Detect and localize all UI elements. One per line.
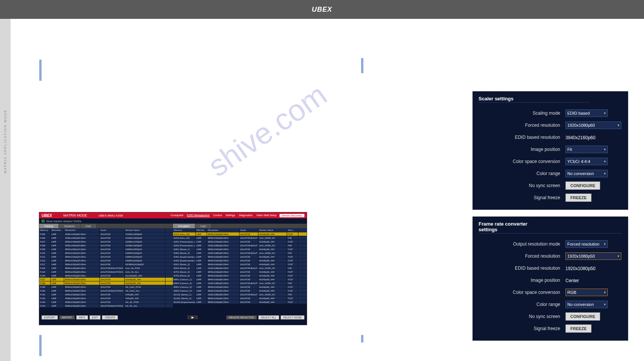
tab-diagnostics[interactable]: Diagnostics [239,214,252,217]
right-table-header: Memory Manufa... Resolution Audio Monito… [173,228,307,232]
table-row[interactable]: F139LWR3840x2160p60,00Hz2chLPCMH2_UHD_PC… [39,285,173,289]
table-row[interactable]: F144LWR4096x2160p60,00Hz2chLPCM;8chLPCM;… [39,304,173,307]
color-range-select[interactable]: No conversion [565,301,608,308]
left-table-rows: F105LWR1600x1200p60,00Hz2chLPCMH1600x120… [39,232,173,314]
forced-resolution-select[interactable]: 1920x1080p60 [565,121,621,129]
table-row[interactable]: E302 (Movie_2)LWR1920x1080p60,00Hz2chLPC… [173,251,307,255]
table-row[interactable]: E701 (Movie_5)LWR3840x2160p60,00Hz2chLPC… [173,270,307,273]
scaler-title: Scaler settings [479,96,589,103]
th-resolution[interactable]: Resolution [64,228,100,232]
freeze-button[interactable]: FREEZE [565,194,591,202]
edid-nav-tabs: Crosspoint EDID Management Control Setti… [171,214,276,217]
th-resolution[interactable]: Resolution [207,228,239,232]
forced-resolution-select[interactable]: 1920x1080p50 [565,252,621,260]
info-button[interactable]: INFO [76,315,88,320]
import-button[interactable]: IMPORT [59,315,75,320]
th-monitor-name[interactable]: Monitor Name [258,228,287,232]
table-row[interactable]: E1101 (Series_1)LWR1920x1080p60,00Hz2chL… [173,292,307,296]
table-row[interactable]: E502 (Movie_4)LWR1920x1080p60,00Hz2chLPC… [173,266,307,270]
table-row[interactable]: E101 (Intro_4K)LWR3840x2160p60,00Hz2chLP… [173,232,307,236]
table-row[interactable]: F108LWR2560x1600p59,86Hz2chLPCMH2560x160… [39,243,173,247]
configure-button[interactable]: CONFIGURE [565,181,600,190]
th-audio[interactable]: Audio [239,228,258,232]
edid-resolution-label: EDID based resolution [479,266,565,271]
color-range-select[interactable]: No conversion [565,170,608,177]
frc-settings-panel: Frame rate converter settings Output res… [473,217,628,341]
output-mode-select[interactable]: Forced resolution [565,240,608,248]
table-row[interactable]: F141LWR4096x2160p60,00Hz2chLPCMH4Kp60_44… [39,292,173,296]
table-row[interactable]: F137LWR3840x2160p60,00Hz2chLPCMHUHDp60_4… [39,277,173,281]
color-space-select[interactable]: RGB [565,289,608,296]
image-position-select[interactable]: Fit [565,146,608,153]
tab-crosspoint[interactable]: Crosspoint [171,214,183,217]
sidebar-label: MATRIX APPLICATION MODE [3,109,7,174]
table-row[interactable]: F126LWR3840x2160p60,00Hz2chLPCMHLUHDp60_… [39,273,173,277]
table-row[interactable]: F111LWR3840x2160p25,00Hz2chLPCMH3840x216… [39,255,173,258]
top-bar: UBEX [0,0,644,19]
edid-footer: EXPORT IMPORT INFO EDIT CREATE ▶ DELETE … [39,314,307,320]
table-row[interactable]: F119LWR3840x2160p60,00Hz2chLPCM;8chLPCM;… [39,270,173,273]
create-button[interactable]: CREATE [102,315,118,320]
subtab-factory[interactable]: Factory [39,224,59,228]
edid-device-label: UBEX-MMU-X200 [99,214,123,217]
table-row[interactable]: F142LWR4096x2160p50,00Hz2chLPCMH4Kp50_44… [39,296,173,300]
tab-control[interactable]: Control [213,214,222,217]
table-row[interactable]: E402 (Experimental_M...)LWR3840x2160p60,… [173,258,307,262]
th-memory[interactable]: Memory [173,228,196,232]
table-row[interactable]: E301 (Movie_1)LWR3840x2160p60,00Hz2chLPC… [173,247,307,251]
table-row[interactable]: F112LWR3840x2160p30,00Hz2chLPCMH3840x216… [39,258,173,262]
table-row[interactable]: F110LWR3840x2160p24,00Hz2chLPCMH3840x216… [39,251,173,255]
main-content: shive.com UBEX MATRIX MODE UBEX-MMU-X200… [11,19,644,361]
table-row[interactable]: F105LWR1600x1200p60,00Hz2chLPCMH1600x120… [39,232,173,236]
th-monitor-name[interactable]: Monitor Name [125,228,165,232]
delete-selected-button[interactable]: DELETE SELECTED [226,315,256,320]
th-memory[interactable]: Memory [39,228,51,232]
table-row[interactable]: E501 (Movie_3)LWR3840x2160p60,00Hz2chLPC… [173,262,307,266]
show-inactive-checkbox[interactable] [42,220,45,223]
th-manufacturer[interactable]: Manufact... [51,228,64,232]
th-manufacturer[interactable]: Manufa... [196,228,207,232]
table-row[interactable]: E801 (Cartoon_1)LWR3840x2160p60,00Hz2chL… [173,277,307,281]
ubex-logo: UBEX [312,6,332,14]
tab-video-wall[interactable]: Video Wall Setup [256,214,276,217]
table-row[interactable]: F117LWR3840x2160p50,00Hz2chLPCMHD3840x21… [39,262,173,266]
scaling-mode-select[interactable]: EDID based [565,109,608,117]
scaling-mode-label: Scaling mode [479,111,565,116]
edit-button[interactable]: EDIT [90,315,101,320]
color-space-select[interactable]: YCbCr 4:4:4 [565,158,608,165]
export-button[interactable]: EXPORT [42,315,58,320]
forced-resolution-label: Forced resolution [479,123,565,128]
table-row[interactable]: E902 (Cartoon_4)LWR3840x2160p60,00Hz2chL… [173,289,307,292]
th-device[interactable]: Devi... [287,228,298,232]
table-row[interactable]: E1202 (Experimental_P...)LWR3840x2160p60… [173,300,307,304]
table-row[interactable]: E202 (Presentation_HD)LWR1920x1080p60,00… [173,243,307,247]
table-row[interactable]: E201 (Presentation_4K)LWR3840x2160p60,00… [173,240,307,243]
select-all-button[interactable]: SELECT ALL [258,315,279,320]
select-none-button[interactable]: SELECT NONE [281,315,304,320]
table-row[interactable]: E401 (Experimental_M...)LWR3840x2160p60,… [173,255,307,258]
transfer-button[interactable]: ▶ [187,315,198,319]
th-audio[interactable]: Audio [100,228,125,232]
table-row[interactable]: F107LWR2560x1440p59,95Hz2chLPCMH2560x144… [39,240,173,243]
table-row[interactable]: E702 (Movie_6)LWR3840x2160p60,00Hz2chLPC… [173,273,307,277]
table-row[interactable]: F140LWR3840x2160p60,00Hz2chLPCM;8chLPCM;… [39,289,173,292]
table-row[interactable]: F106LWR1920x1200p59,56Hz2chLPCMH1920x120… [39,236,173,240]
subtab-emulated[interactable]: Emulated [173,224,195,228]
table-row[interactable]: E802 (Cartoon_2)LWR1920x1080p60,00Hz2chL… [173,281,307,285]
table-row[interactable]: F138LWR3840x2160p50,00Hz2chLPCMHUHDp50_4… [39,281,173,285]
configure-button[interactable]: CONFIGURE [565,312,600,321]
table-row[interactable]: F143LWR4096x2160p60,00Hz2chLPCMH2_4K_PCM [39,300,173,304]
tab-edid-management[interactable]: EDID Management [187,214,210,217]
table-row[interactable]: E1201 (Series_2)LWR3840x2160p60,00Hz2chL… [173,296,307,300]
device-discovery-button[interactable]: Device Discovery [280,214,304,217]
table-row[interactable]: F109LWR3840x2400p24,00Hz2chLPCMH3840x240… [39,247,173,251]
freeze-button[interactable]: FREEZE [565,324,591,333]
tab-settings[interactable]: Settings [225,214,235,217]
table-row[interactable]: F118LWR3840x2160p60,00Hz2chLPCM;8chLPCM;… [39,266,173,270]
color-range-label: Color range [479,302,565,307]
subtab-dynamic[interactable]: Dynamic [59,224,80,228]
subtab-user[interactable]: User [80,224,97,228]
table-row[interactable]: E102 (Intro_4K)LWR3840x2160p60,00Hz2chLP… [173,236,307,240]
table-row[interactable]: E901 (Cartoon_3)LWR3840x2160p60,00Hz2chL… [173,285,307,289]
subtab-user-r[interactable]: User [195,224,212,228]
